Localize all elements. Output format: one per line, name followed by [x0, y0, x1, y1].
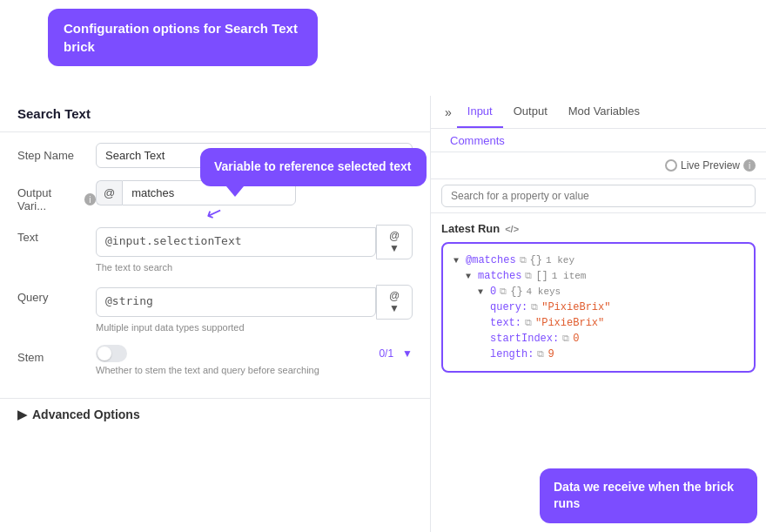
live-preview-label: Live Preview [681, 159, 740, 172]
tree-index-copy-icon[interactable]: ⧉ [500, 286, 507, 297]
output-var-info-icon[interactable]: i [84, 193, 96, 205]
query-at-button[interactable]: @ ▼ [376, 285, 413, 320]
tree-prop-text-copy[interactable]: ⧉ [525, 318, 532, 328]
tree-container: ▼ @matches ⧉ {} 1 key ▼ matches ⧉ [] 1 i… [441, 242, 756, 373]
tree-index-row: ▼ 0 ⧉ {} 4 keys [454, 284, 743, 300]
query-label: Query [17, 285, 96, 304]
tree-child-count: 1 item [552, 271, 587, 281]
tree-prop-start-index-key: startIndex: [490, 333, 559, 345]
data-tooltip: Data we receive when the brick runs [540, 468, 757, 523]
tree-root-count: 1 key [546, 255, 574, 266]
advanced-options-section: ▶ Advanced Options [0, 398, 430, 430]
stem-counter: 0/1 [379, 347, 393, 360]
tree-prop-query-copy[interactable]: ⧉ [531, 302, 538, 313]
tree-index-count: 4 keys [527, 286, 561, 297]
tree-prop-query-key: query: [490, 301, 527, 313]
tree-child-copy-icon[interactable]: ⧉ [525, 271, 532, 281]
latest-run-title: Latest Run </> [441, 222, 756, 235]
tab-output[interactable]: Output [503, 96, 558, 128]
tree-child-row: ▼ matches ⧉ [] 1 item [454, 268, 743, 284]
live-preview-group: Live Preview i [665, 159, 756, 172]
text-label: Text [17, 225, 96, 244]
output-var-label: Output Vari... i [17, 180, 96, 212]
panel-title: Search Text [17, 106, 91, 121]
search-section [431, 179, 766, 213]
tree-root-key: @matches [466, 254, 516, 266]
tree-prop-text: text: ⧉ "PixieBrix" [454, 315, 743, 331]
tree-prop-length-copy[interactable]: ⧉ [537, 349, 544, 360]
tab-input[interactable]: Input [457, 96, 503, 128]
query-input[interactable] [96, 287, 376, 317]
tab-comments[interactable]: Comments [440, 125, 515, 156]
query-row: Query @ ▼ Multiple input data types supp… [17, 285, 413, 333]
tree-prop-length-value: 9 [548, 348, 554, 360]
tree-root-type: {} [530, 254, 542, 266]
advanced-options-label: Advanced Options [32, 407, 140, 421]
tree-prop-text-value: "PixieBrix" [535, 317, 604, 329]
query-hint: Multiple input data types supported [96, 322, 413, 333]
stem-hint: Whether to stem the text and query befor… [96, 365, 413, 375]
tree-index-key: 0 [490, 286, 496, 298]
search-input[interactable] [441, 185, 756, 207]
tree-child-key: matches [478, 270, 521, 282]
tree-root-copy-icon[interactable]: ⧉ [520, 255, 527, 266]
stem-counter-arrow: ▼ [402, 347, 413, 360]
variable-tooltip: Variable to reference selected text [200, 148, 427, 186]
step-name-label: Step Name [17, 143, 96, 162]
text-at-button[interactable]: @ ▼ [376, 225, 413, 259]
tree-prop-length-key: length: [490, 348, 534, 360]
code-icon: </> [505, 224, 519, 234]
variable-tooltip-text: Variable to reference selected text [214, 159, 411, 173]
tree-prop-query-value: "PixieBrix" [541, 301, 610, 313]
right-panel: » Input Output Mod Variables Comments Li… [431, 96, 766, 532]
text-input-group: @ ▼ [96, 225, 413, 259]
stem-input-wrapper: 0/1 ▼ Whether to stem the text and query… [96, 345, 413, 375]
tree-prop-length: length: ⧉ 9 [454, 347, 743, 362]
text-row: Text @ ▼ The text to search [17, 225, 413, 273]
left-panel-header: Search Text [0, 96, 430, 132]
tree-root-row: ▼ @matches ⧉ {} 1 key [454, 253, 743, 268]
header-tooltip-text: Configuration options for Search Text br… [64, 21, 298, 54]
right-panel-header: » Input Output Mod Variables [431, 96, 766, 129]
tree-index-arrow: ▼ [478, 287, 487, 297]
stem-toggle[interactable] [96, 345, 127, 362]
query-input-wrapper: @ ▼ Multiple input data types supported [96, 285, 413, 333]
tree-prop-query: query: ⧉ "PixieBrix" [454, 300, 743, 315]
query-input-group: @ ▼ [96, 285, 413, 320]
data-tooltip-text: Data we receive when the brick runs [554, 480, 734, 511]
right-panel-toolbar: Live Preview i [431, 152, 766, 179]
chevron-right-icon: ▶ [17, 407, 27, 421]
main-container: Configuration options for Search Text br… [0, 0, 766, 532]
at-prefix: @ [96, 180, 122, 205]
text-hint: The text to search [96, 262, 413, 273]
live-preview-info-icon[interactable]: i [743, 159, 756, 172]
text-input-wrapper: @ ▼ The text to search [96, 225, 413, 273]
header-tooltip: Configuration options for Search Text br… [48, 9, 318, 66]
tree-child-type: [] [535, 270, 548, 282]
text-input[interactable] [96, 227, 376, 257]
tree-index-type: {} [510, 286, 522, 298]
tree-prop-text-key: text: [490, 317, 521, 329]
tree-root-arrow: ▼ [454, 256, 462, 266]
stem-label: Stem [17, 345, 96, 364]
tree-child-arrow: ▼ [466, 272, 474, 281]
stem-toggle-knob [97, 347, 111, 360]
tree-prop-start-index-value: 0 [573, 333, 579, 345]
advanced-options-toggle[interactable]: ▶ Advanced Options [17, 407, 413, 421]
live-preview-radio[interactable] [665, 159, 677, 172]
comments-row: Comments [431, 129, 766, 152]
tab-mod-variables[interactable]: Mod Variables [558, 96, 650, 128]
stem-row: Stem 0/1 ▼ Whether to stem the text and … [17, 345, 413, 375]
tree-prop-start-index: startIndex: ⧉ 0 [454, 331, 743, 347]
tree-prop-start-index-copy[interactable]: ⧉ [562, 333, 569, 344]
expand-button[interactable]: » [440, 96, 457, 128]
stem-control-row: 0/1 ▼ [96, 345, 413, 362]
